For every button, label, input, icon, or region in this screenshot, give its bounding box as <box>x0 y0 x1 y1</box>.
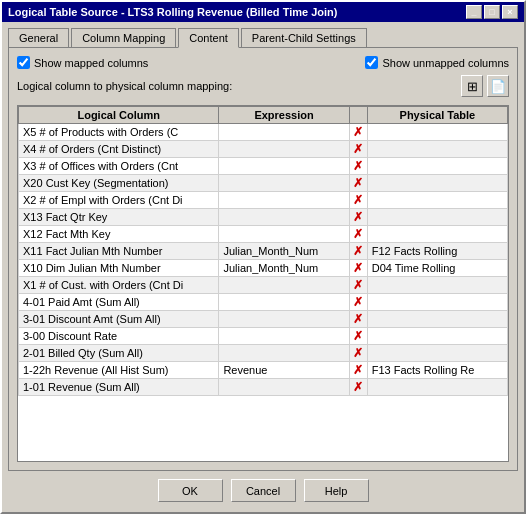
cell-x-icon[interactable]: ✗ <box>349 243 367 260</box>
table-row[interactable]: 1-22h Revenue (All Hist Sum)Revenue✗F13 … <box>19 362 508 379</box>
cell-physical <box>367 175 507 192</box>
cell-logical: X3 # of Offices with Orders (Cnt <box>19 158 219 175</box>
mapping-table-container[interactable]: Logical Column Expression Physical Table… <box>17 105 509 462</box>
cell-physical <box>367 226 507 243</box>
delete-icon[interactable]: ✗ <box>353 295 363 309</box>
cell-x-icon[interactable]: ✗ <box>349 328 367 345</box>
show-unmapped-label[interactable]: Show unmapped columns <box>365 56 509 69</box>
close-button[interactable]: × <box>502 5 518 19</box>
table-row[interactable]: 3-01 Discount Amt (Sum All)✗ <box>19 311 508 328</box>
main-content: General Column Mapping Content Parent-Ch… <box>2 22 524 512</box>
table-row[interactable]: 1-01 Revenue (Sum All)✗ <box>19 379 508 396</box>
cell-expression <box>219 124 349 141</box>
tab-content[interactable]: Content <box>178 28 239 48</box>
cell-x-icon[interactable]: ✗ <box>349 226 367 243</box>
delete-icon[interactable]: ✗ <box>353 346 363 360</box>
table-row[interactable]: X2 # of Empl with Orders (Cnt Di✗ <box>19 192 508 209</box>
cell-x-icon[interactable]: ✗ <box>349 294 367 311</box>
cell-expression <box>219 311 349 328</box>
table-row[interactable]: 2-01 Billed Qty (Sum All)✗ <box>19 345 508 362</box>
cell-logical: X20 Cust Key (Segmentation) <box>19 175 219 192</box>
delete-icon[interactable]: ✗ <box>353 142 363 156</box>
cell-logical: X10 Dim Julian Mth Number <box>19 260 219 277</box>
table-row[interactable]: 4-01 Paid Amt (Sum All)✗ <box>19 294 508 311</box>
delete-icon[interactable]: ✗ <box>353 380 363 394</box>
col-header-physical: Physical Table <box>367 107 507 124</box>
tab-column-mapping[interactable]: Column Mapping <box>71 28 176 47</box>
delete-icon[interactable]: ✗ <box>353 261 363 275</box>
delete-icon[interactable]: ✗ <box>353 329 363 343</box>
cell-physical: F12 Facts Rolling <box>367 243 507 260</box>
show-unmapped-checkbox[interactable] <box>365 56 378 69</box>
table-row[interactable]: 3-00 Discount Rate✗ <box>19 328 508 345</box>
cell-x-icon[interactable]: ✗ <box>349 260 367 277</box>
ok-button[interactable]: OK <box>158 479 223 502</box>
window: Logical Table Source - LTS3 Rolling Reve… <box>0 0 526 514</box>
cell-physical <box>367 328 507 345</box>
cell-x-icon[interactable]: ✗ <box>349 158 367 175</box>
delete-icon[interactable]: ✗ <box>353 227 363 241</box>
show-mapped-checkbox[interactable] <box>17 56 30 69</box>
cell-expression <box>219 277 349 294</box>
delete-icon[interactable]: ✗ <box>353 159 363 173</box>
delete-icon[interactable]: ✗ <box>353 125 363 139</box>
delete-icon[interactable]: ✗ <box>353 210 363 224</box>
cell-physical: F13 Facts Rolling Re <box>367 362 507 379</box>
cell-x-icon[interactable]: ✗ <box>349 141 367 158</box>
tab-parent-child[interactable]: Parent-Child Settings <box>241 28 367 47</box>
cell-x-icon[interactable]: ✗ <box>349 175 367 192</box>
icon-button-2[interactable]: 📄 <box>487 75 509 97</box>
cell-x-icon[interactable]: ✗ <box>349 124 367 141</box>
delete-icon[interactable]: ✗ <box>353 193 363 207</box>
cell-expression <box>219 226 349 243</box>
tab-general[interactable]: General <box>8 28 69 47</box>
cell-logical: X4 # of Orders (Cnt Distinct) <box>19 141 219 158</box>
cell-logical: X5 # of Products with Orders (C <box>19 124 219 141</box>
mapping-label: Logical column to physical column mappin… <box>17 80 232 92</box>
cell-x-icon[interactable]: ✗ <box>349 379 367 396</box>
cell-logical: 1-22h Revenue (All Hist Sum) <box>19 362 219 379</box>
cell-logical: X13 Fact Qtr Key <box>19 209 219 226</box>
table-row[interactable]: X1 # of Cust. with Orders (Cnt Di✗ <box>19 277 508 294</box>
cell-x-icon[interactable]: ✗ <box>349 345 367 362</box>
table-row[interactable]: X5 # of Products with Orders (C✗ <box>19 124 508 141</box>
table-row[interactable]: X11 Fact Julian Mth NumberJulian_Month_N… <box>19 243 508 260</box>
maximize-button[interactable]: □ <box>484 5 500 19</box>
cell-logical: X12 Fact Mth Key <box>19 226 219 243</box>
cell-x-icon[interactable]: ✗ <box>349 192 367 209</box>
cell-expression <box>219 345 349 362</box>
minimize-button[interactable]: _ <box>466 5 482 19</box>
delete-icon[interactable]: ✗ <box>353 363 363 377</box>
cell-expression <box>219 328 349 345</box>
cell-physical <box>367 277 507 294</box>
mapping-table: Logical Column Expression Physical Table… <box>18 106 508 396</box>
table-row[interactable]: X13 Fact Qtr Key✗ <box>19 209 508 226</box>
bottom-bar: OK Cancel Help <box>8 471 518 506</box>
cell-logical: 1-01 Revenue (Sum All) <box>19 379 219 396</box>
show-mapped-label[interactable]: Show mapped columns <box>17 56 148 69</box>
help-button[interactable]: Help <box>304 479 369 502</box>
table-row[interactable]: X4 # of Orders (Cnt Distinct)✗ <box>19 141 508 158</box>
table-row[interactable]: X3 # of Offices with Orders (Cnt✗ <box>19 158 508 175</box>
cell-physical <box>367 209 507 226</box>
delete-icon[interactable]: ✗ <box>353 244 363 258</box>
cancel-button[interactable]: Cancel <box>231 479 296 502</box>
cell-x-icon[interactable]: ✗ <box>349 311 367 328</box>
cell-x-icon[interactable]: ✗ <box>349 209 367 226</box>
delete-icon[interactable]: ✗ <box>353 278 363 292</box>
cell-logical: 3-00 Discount Rate <box>19 328 219 345</box>
grid-icon: ⊞ <box>467 79 478 94</box>
col-header-expression: Expression <box>219 107 349 124</box>
cell-expression: Julian_Month_Num <box>219 260 349 277</box>
cell-physical <box>367 311 507 328</box>
table-icon: 📄 <box>490 79 506 94</box>
table-row[interactable]: X20 Cust Key (Segmentation)✗ <box>19 175 508 192</box>
cell-logical: X2 # of Empl with Orders (Cnt Di <box>19 192 219 209</box>
cell-x-icon[interactable]: ✗ <box>349 362 367 379</box>
cell-x-icon[interactable]: ✗ <box>349 277 367 294</box>
delete-icon[interactable]: ✗ <box>353 176 363 190</box>
delete-icon[interactable]: ✗ <box>353 312 363 326</box>
table-row[interactable]: X10 Dim Julian Mth NumberJulian_Month_Nu… <box>19 260 508 277</box>
icon-button-1[interactable]: ⊞ <box>461 75 483 97</box>
table-row[interactable]: X12 Fact Mth Key✗ <box>19 226 508 243</box>
